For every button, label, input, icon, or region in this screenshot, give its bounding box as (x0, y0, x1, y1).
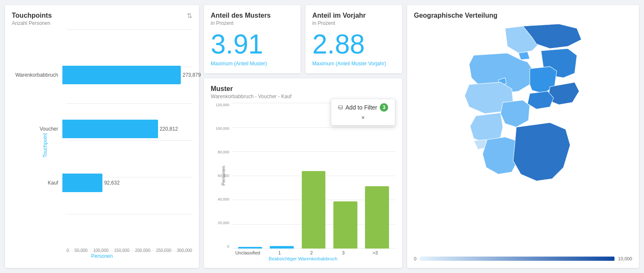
bar-chart: Touchpoint Warenkorbabbruch 273,879 (12, 29, 192, 261)
list-item (298, 171, 328, 249)
muster-header: Muster Warenkorbabbruch - Voucher - Kauf (211, 85, 395, 99)
legend-gradient (420, 257, 614, 261)
y-tick-label: 100,000 (215, 126, 229, 131)
map-title: Geographische Verteilung (414, 12, 632, 19)
touchpoints-card: Touchpoints Anzahl Personen ⇅ Touchpoint (5, 5, 199, 268)
bar-value: 220,812 (160, 126, 178, 132)
grid-line (67, 29, 192, 30)
bar-label: Warenkorbabbruch (12, 72, 62, 78)
anteil-vorjahr-sub: Maximum (Anteil Muster Vorjahr) (312, 61, 386, 67)
bar-voucher (62, 120, 158, 138)
bar-container: 92,632 (62, 174, 192, 192)
filter-tooltip[interactable]: ⛁ Add to Filter 3 × (331, 99, 395, 126)
x-axis-label-text: Personen (91, 253, 113, 259)
list-item (267, 246, 297, 249)
anteil-vorjahr-card: Anteil im Vorjahr in Prozent 2.88 Maximu… (306, 5, 402, 73)
bar-value: 92,632 (104, 180, 120, 186)
anteil-muster-sub: Maximum (Anteil Muster) (211, 61, 267, 67)
bar-3 (333, 201, 357, 249)
bar-label: Kauf (12, 180, 62, 186)
list-item (235, 247, 265, 249)
anteil-muster-title: Anteil des Musters (211, 12, 271, 19)
list-item (330, 201, 360, 249)
filter-icon: ⛁ (338, 104, 343, 111)
x-label: Unclassified (232, 250, 264, 255)
y-tick-label: 40,000 (217, 197, 229, 201)
anteil-muster-card: Anteil des Musters in Prozent 3.91 Maxim… (204, 5, 301, 73)
map-legend: 0 10,000 (414, 256, 632, 261)
legend-min: 0 (414, 256, 416, 261)
bar-container: 273,879 (62, 66, 192, 84)
muster-chart: Personen 120,000 100,000 80,000 60,000 4… (211, 103, 395, 261)
touchpoints-title: Touchpoints (12, 12, 52, 19)
filter-label[interactable]: Add to Filter (346, 104, 377, 111)
bar-2 (302, 171, 326, 249)
grid-line (67, 103, 192, 104)
x-label: 3 (327, 250, 360, 255)
x-label: 1 (264, 250, 296, 255)
x-label: 2 (295, 250, 327, 255)
muster-card: Muster Warenkorbabbruch - Voucher - Kauf… (204, 78, 402, 268)
x-label: >3 (359, 250, 391, 255)
y-axis-label: Touchpoint (42, 133, 48, 158)
table-row: Kauf 92,632 (12, 174, 192, 192)
anteil-muster-value: 3.91 (211, 29, 263, 59)
legend-max: 10,000 (618, 256, 632, 261)
muster-x-labels: Unclassified 1 2 3 >3 (211, 250, 395, 255)
sort-icon[interactable]: ⇅ (187, 12, 192, 20)
germany-map-svg (414, 19, 632, 253)
x-axis-title: Personen (12, 252, 192, 260)
top-metrics-row: Anteil des Musters in Prozent 3.91 Maxim… (204, 5, 402, 73)
anteil-vorjahr-title: Anteil im Vorjahr (312, 12, 366, 19)
bar-gt3 (365, 186, 389, 249)
grid-line (67, 214, 192, 214)
muster-title: Muster (211, 85, 395, 93)
table-row: Warenkorbabbruch 273,879 (12, 66, 192, 84)
grid-line (67, 140, 192, 141)
y-tick-label: 80,000 (217, 150, 229, 154)
bar-container: 220,812 (62, 120, 192, 138)
grid-lines (67, 29, 192, 251)
anteil-vorjahr-value: 2.88 (312, 29, 365, 59)
bar-warenkorbabbruch (62, 66, 181, 84)
list-item (362, 186, 392, 249)
bar-unclassified (238, 247, 262, 249)
muster-y-ticks: 120,000 100,000 80,000 60,000 40,000 20,… (211, 103, 231, 249)
filter-close-button[interactable]: × (361, 114, 365, 121)
filter-tooltip-row: ⛁ Add to Filter 3 (338, 103, 388, 112)
touchpoints-header: Touchpoints Anzahl Personen ⇅ (12, 12, 192, 26)
y-tick-label: 0 (227, 244, 229, 249)
table-row: Voucher 220,812 (12, 120, 192, 138)
middle-column: Anteil des Musters in Prozent 3.91 Maxim… (204, 5, 402, 268)
y-tick-label: 60,000 (217, 174, 229, 178)
map-container[interactable] (414, 19, 632, 253)
bar-kauf (62, 174, 102, 192)
bar-1 (270, 246, 294, 249)
touchpoints-subtitle: Anzahl Personen (12, 20, 52, 26)
map-card: Geographische Verteilung (407, 5, 639, 268)
anteil-muster-subtitle: in Prozent (211, 20, 233, 26)
bar-label: Voucher (12, 126, 62, 132)
y-tick-label: 20,000 (217, 221, 229, 225)
y-tick-label: 120,000 (215, 103, 229, 107)
anteil-vorjahr-subtitle: in Prozent (312, 20, 335, 26)
muster-x-title: Beabsichtiger Warenkorbabbruch (211, 256, 395, 261)
bar-value: 273,879 (182, 72, 201, 78)
filter-badge: 3 (380, 103, 388, 112)
